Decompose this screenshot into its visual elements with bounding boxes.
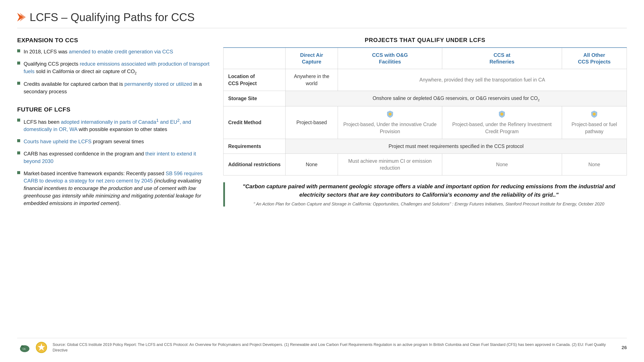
row-location: Location ofCCS Project Anywhere in the w… [224,69,627,91]
th-other: All OtherCCS Projects [562,48,626,69]
svg-point-8 [22,346,24,347]
shield-icon [498,110,506,118]
footer-source-text: Source: Global CCS Institute 2019 Policy… [52,342,616,353]
bullet-item: Qualifying CCS projects reduce emissions… [17,60,210,76]
cell-credit-other: Project-based or fuel pathway [562,106,626,139]
bullet-marker [17,49,20,52]
label-credit: Credit Method [224,106,286,139]
blue-text: reduce emissions associated with product… [24,61,210,74]
label-location: Location ofCCS Project [224,69,286,91]
california-bear-logo: CA [17,342,32,353]
row-restrictions: Additional restrictions None Must achiev… [224,154,627,175]
row-requirements: Requirements Project must meet requireme… [224,139,627,154]
main-content: EXPANSION TO CCS In 2018, LCFS was amend… [17,37,627,332]
bullet-text: Courts have upheld the LCFS program seve… [24,138,144,145]
bullet-text: LCFS has been adopted internationally in… [24,117,210,133]
svg-text:CA: CA [22,348,26,350]
row-storage: Storage Site Onshore saline or depleted … [224,91,627,106]
cell-restrictions-dac: None [286,154,338,175]
footer-logos: CA [17,342,48,354]
svg-point-2 [388,113,392,116]
quote-text: "Carbon capture paired with permanent ge… [231,182,627,199]
cell-requirements-all: Project must meet requirements specified… [286,139,627,154]
left-panel: EXPANSION TO CCS In 2018, LCFS was amend… [17,37,210,332]
shield-icon [386,110,394,118]
section-expansion-title: EXPANSION TO CCS [17,37,210,44]
bullet-marker [17,139,20,142]
footer: CA Source: Global CCS Institute 2019 Pol… [17,338,627,354]
right-panel: PROJECTS THAT QUALIFY UNDER LCFS Direct … [223,37,627,332]
quote-section: "Carbon capture paired with permanent ge… [223,182,627,207]
svg-point-3 [500,113,504,116]
bullet-text: Market-based incentive framework expands… [24,170,210,207]
cell-location-rest: Anywhere, provided they sell the transpo… [338,69,627,91]
svg-point-4 [593,113,596,116]
th-empty [224,48,286,69]
page-title: LCFS – Qualifying Paths for CCS [30,11,195,23]
label-restrictions: Additional restrictions [224,154,286,175]
blue-text: their intent to extend it beyond 2030 [24,151,196,164]
section-future: FUTURE OF LCFS LCFS has been adopted int… [17,106,210,207]
shield-icon [590,110,598,118]
bullet-item: Credits available for captured carbon th… [17,80,210,95]
blue-text: permanently stored or utilized [124,81,192,87]
th-dac: Direct AirCapture [286,48,338,69]
cell-credit-og: Project-based, Under the innovative Crud… [338,106,442,139]
cell-location-dac: Anywhere in the world [286,69,338,91]
bullet-text: CARB has expressed confidence in the pro… [24,150,210,165]
bullet-item: In 2018, LCFS was amended to enable cred… [17,48,210,55]
page-number: 26 [622,345,627,351]
cell-restrictions-other: None [562,154,626,175]
cell-credit-ref: Project-based, under the Refinery Invest… [442,106,562,139]
quote-source: " An Action Plan for Carbon Capture and … [231,202,627,207]
table-header-row: Direct AirCapture CCS with O&GFacilities… [224,48,627,69]
blue-text: adopted internationally in parts of Cana… [24,119,191,132]
bullet-text: Credits available for captured carbon th… [24,80,210,95]
bullet-marker [17,82,20,85]
cell-restrictions-ref: None [442,154,562,175]
blue-text: Courts have upheld the LCFS [24,139,92,144]
bullet-marker [17,151,20,154]
bullet-marker [17,119,20,122]
svg-point-6 [21,345,24,348]
section-future-title: FUTURE OF LCFS [17,106,210,113]
th-og: CCS with O&GFacilities [338,48,442,69]
expansion-bullets: In 2018, LCFS was amended to enable cred… [17,48,210,95]
bullet-marker [17,61,20,64]
qualify-table: Direct AirCapture CCS with O&GFacilities… [223,47,627,175]
blue-text: amended to enable credit generation via … [69,49,173,54]
header: LCFS – Qualifying Paths for CCS [17,11,627,28]
svg-point-7 [21,346,22,347]
table-title: PROJECTS THAT QUALIFY UNDER LCFS [223,37,627,43]
section-expansion: EXPANSION TO CCS In 2018, LCFS was amend… [17,37,210,95]
chevron-icon [17,13,26,21]
cell-restrictions-og: Must achieve minimum CI or emission redu… [338,154,442,175]
bullet-item: LCFS has been adopted internationally in… [17,117,210,133]
star-logo [36,342,48,354]
future-bullets: LCFS has been adopted internationally in… [17,117,210,207]
cell-storage-all: Onshore saline or depleted O&G reservoir… [286,91,627,106]
cell-credit-dac: Project-based [286,106,338,139]
th-ref: CCS atRefineries [442,48,562,69]
bullet-text: Qualifying CCS projects reduce emissions… [24,60,210,76]
bullet-item: CARB has expressed confidence in the pro… [17,150,210,165]
bullet-text: In 2018, LCFS was amended to enable cred… [24,48,173,55]
row-credit: Credit Method Project-based Project-base… [224,106,627,139]
page: LCFS – Qualifying Paths for CCS EXPANSIO… [0,0,644,362]
bullet-item: Market-based incentive framework expands… [17,170,210,207]
label-requirements: Requirements [224,139,286,154]
bullet-marker [17,171,20,174]
label-storage: Storage Site [224,91,286,106]
bullet-item: Courts have upheld the LCFS program seve… [17,138,210,145]
